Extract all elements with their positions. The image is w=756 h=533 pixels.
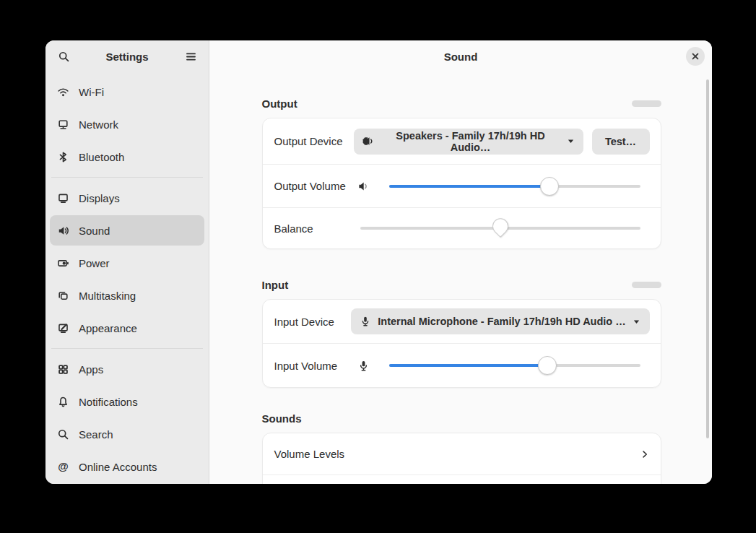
sound-content: Output Output Device Speakers - Family 1… [262,97,661,484]
output-section-label: Output [262,98,297,110]
sidebar-item-label: Displays [79,192,120,204]
chevron-right-icon [640,449,650,459]
balance-label: Balance [274,222,360,235]
input-card: Input Device Internal Microphone - Famil… [262,299,661,388]
sidebar-nav: Wi-Fi Network Bluetooth Displays [45,72,209,484]
apps-grid-icon [57,363,69,376]
sidebar-item-power[interactable]: Power [50,248,204,278]
input-device-value: Internal Microphone - Family 17h/19h HD … [378,316,625,327]
appearance-icon [57,322,69,334]
sidebar-item-label: Power [79,257,110,269]
bell-icon [57,396,69,408]
output-card: Output Device Speakers - Family 17h/19h … [262,118,661,249]
volume-levels-label: Volume Levels [274,448,640,460]
sidebar-item-apps[interactable]: Apps [50,354,204,384]
output-level-meter [632,100,661,107]
sidebar-item-label: Apps [79,363,103,376]
output-device-label: Output Device [274,135,354,147]
test-speakers-button[interactable]: Test… [592,129,650,155]
sidebar-item-bluetooth[interactable]: Bluetooth [50,142,204,172]
input-device-label: Input Device [274,316,351,328]
balance-row: Balance [263,207,661,248]
input-device-row: Input Device Internal Microphone - Famil… [263,300,661,343]
at-sign-icon: @ [57,461,69,473]
output-volume-label: Output Volume [274,180,357,192]
sidebar-title: Settings [74,51,180,63]
sidebar-item-search[interactable]: Search [50,419,204,449]
input-volume-row: Input Volume [263,343,661,387]
display-icon [57,192,69,204]
output-volume-row: Output Volume [263,164,661,207]
main-header: Sound [209,40,712,72]
output-device-value: Speakers - Family 17h/19h HD Audio… [381,130,560,153]
output-device-row: Output Device Speakers - Family 17h/19h … [263,118,661,164]
sounds-card: Volume Levels [262,433,661,484]
volume-levels-row[interactable]: Volume Levels [263,433,661,474]
microphone-icon [357,360,370,372]
search-icon [57,428,69,441]
input-level-meter [632,282,661,288]
sidebar-item-notifications[interactable]: Notifications [50,386,204,417]
input-section-label: Input [262,279,289,291]
sidebar-item-label: Appearance [79,322,137,334]
balance-slider[interactable] [360,219,640,238]
output-volume-slider[interactable] [389,177,640,196]
network-icon [57,118,69,131]
input-device-dropdown[interactable]: Internal Microphone - Family 17h/19h HD … [351,308,650,334]
input-section: Input Input Device Internal Microphone -… [262,278,661,388]
page-title: Sound [444,51,478,63]
vertical-scrollbar[interactable] [706,79,709,438]
input-volume-label: Input Volume [274,360,357,372]
sidebar-item-online-accounts[interactable]: @ Online Accounts [50,451,204,482]
list-item[interactable] [263,474,661,484]
search-icon [58,51,70,63]
sidebar-item-multitasking[interactable]: Multitasking [50,280,204,311]
sounds-section-label: Sounds [262,412,302,425]
input-volume-slider[interactable] [389,356,640,375]
battery-icon [57,257,69,269]
input-volume-knob[interactable] [538,356,557,375]
sidebar-item-label: Notifications [79,396,138,408]
sidebar-header: Settings [45,40,209,72]
volume-medium-icon [357,180,370,193]
sidebar-item-label: Sound [79,225,110,237]
chevron-down-icon [567,137,575,145]
sidebar: Settings Wi-Fi Network [45,40,209,484]
sidebar-item-label: Search [79,428,113,441]
multitasking-icon [57,290,69,302]
sidebar-item-displays[interactable]: Displays [50,183,204,213]
microphone-icon [360,316,371,327]
main-menu-button[interactable] [180,46,201,67]
sidebar-item-label: Wi-Fi [79,86,104,98]
settings-window: Settings Wi-Fi Network [45,40,712,484]
sidebar-item-sound[interactable]: Sound [50,215,204,246]
sidebar-item-network[interactable]: Network [50,109,204,139]
output-volume-knob[interactable] [540,177,559,196]
close-icon [691,52,700,61]
hamburger-menu-icon [185,51,197,63]
output-section: Output Output Device Speakers - Family 1… [262,97,661,249]
output-device-dropdown[interactable]: Speakers - Family 17h/19h HD Audio… [354,129,583,155]
sidebar-separator [51,348,203,349]
sidebar-item-appearance[interactable]: Appearance [50,313,204,343]
sidebar-item-wifi[interactable]: Wi-Fi [50,77,204,107]
sidebar-item-label: Multitasking [79,290,136,302]
sounds-section: Sounds Volume Levels [262,412,661,484]
sidebar-item-label: Bluetooth [79,151,124,163]
sidebar-separator [51,177,203,178]
sidebar-item-label: Online Accounts [79,461,157,473]
sidebar-item-label: Network [79,118,118,131]
sound-panel: Sound Output Output Device [209,40,712,484]
speaker-icon [362,135,375,147]
wifi-icon [57,86,69,98]
chevron-down-icon [633,318,640,326]
search-button[interactable] [53,46,74,67]
speaker-icon [57,225,69,237]
balance-knob[interactable] [489,215,511,238]
close-button[interactable] [686,47,705,66]
bluetooth-icon [57,151,69,163]
svg-text:@: @ [58,461,69,472]
